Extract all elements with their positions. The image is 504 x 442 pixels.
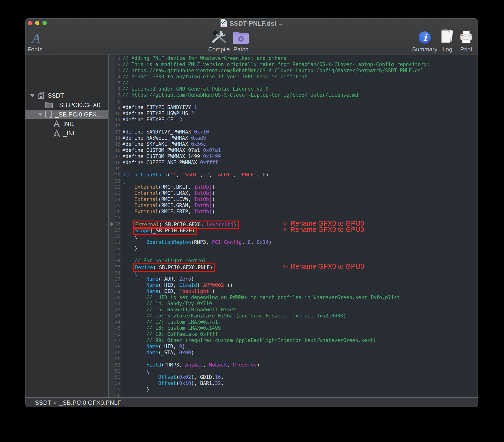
status-bar: SSDT ▸ _SB.PCI0.GFX0.PNLF bbox=[25, 397, 478, 407]
line-number: 24 bbox=[114, 196, 121, 202]
line-number: 45 bbox=[114, 325, 121, 331]
fonts-icon: A bbox=[30, 29, 40, 44]
line-number: 14 bbox=[114, 135, 121, 141]
line-number: 37 bbox=[114, 276, 121, 282]
compile-label: Compile bbox=[208, 46, 230, 53]
disclosure-triangle-icon[interactable] bbox=[30, 94, 35, 97]
code-line: 56 bbox=[114, 392, 478, 397]
code-line: 52 { bbox=[114, 368, 478, 374]
code-line: 2// This is a modified PNLF version orig… bbox=[114, 61, 478, 68]
code-line: 10#define FBTYPE_HSWPLUS 2 bbox=[114, 110, 478, 117]
line-number: 43 bbox=[114, 313, 121, 319]
breadcrumb-root[interactable]: SSDT bbox=[35, 399, 51, 407]
line-number: 30 bbox=[114, 233, 121, 239]
breadcrumb-separator-icon: ▸ bbox=[54, 400, 56, 406]
line-number: 20 bbox=[114, 172, 121, 178]
code-line: 51 Field(^RMP3, AnyAcc, NoLock, Preserve… bbox=[114, 362, 478, 368]
code-line: 16#define CUSTOM_PWMMAX_07a1 0x07a1 bbox=[114, 147, 478, 153]
maciasl-window: DSL SSDT-PNLF.dsl ⌄ A Fonts bbox=[25, 18, 478, 407]
log-button[interactable]: Log bbox=[439, 29, 456, 53]
code-line: 48 Name(_UID, 0) bbox=[114, 343, 478, 350]
sidebar-item-label: _SB.PCI0.GFX0 bbox=[56, 101, 100, 109]
line-number: 12 bbox=[114, 123, 121, 129]
red-annotation-box: Scope(_SB.PCI0.GFX0) bbox=[133, 227, 197, 235]
code-line: 4// Rename GFX0 to anything else if your… bbox=[114, 74, 478, 80]
rename-annotation: <- Rename GFX0 to GPU0 bbox=[282, 263, 364, 269]
line-number: 39 bbox=[114, 288, 121, 294]
folder-icon bbox=[45, 102, 53, 108]
code-line: 39 Name(_CID, "backlight") bbox=[114, 288, 478, 294]
line-number: 51 bbox=[114, 362, 121, 368]
code-line: 12 bbox=[114, 123, 478, 129]
sidebar-item-ini1[interactable]: INI1 bbox=[25, 119, 108, 128]
line-number: 1 bbox=[114, 55, 121, 61]
sidebar-item-label: SSDT bbox=[48, 92, 64, 99]
sidebar-item-gfx0-scope[interactable]: _SB.PCI0.GFX0 bbox=[25, 100, 108, 110]
line-marker-dot bbox=[110, 222, 113, 226]
compile-button[interactable]: Compile bbox=[208, 29, 230, 53]
tree: SSDT _SB.PCI0.GFX0 bbox=[25, 91, 108, 138]
code-line: 42 // 15: Haswell/Broadwell 0xad9 bbox=[114, 307, 478, 313]
code-line: 22 External(RMCF.BKLT, IntObj) bbox=[114, 184, 478, 190]
rename-annotation: <- Rename GFX0 to GPU0 bbox=[282, 227, 364, 232]
print-label: Print bbox=[460, 46, 472, 53]
line-number: 3 bbox=[114, 68, 121, 74]
title-chevron-down-icon[interactable]: ⌄ bbox=[278, 20, 284, 27]
print-button[interactable]: Print bbox=[459, 29, 474, 53]
line-number: 54 bbox=[114, 380, 121, 386]
code-line: 13#define SANDYIVY_PWMMAX 0x710 bbox=[114, 129, 478, 135]
patch-button[interactable]: Patch bbox=[230, 29, 252, 53]
line-number: 11 bbox=[114, 117, 121, 123]
line-number: 52 bbox=[114, 368, 121, 374]
line-number: 6 bbox=[114, 86, 121, 92]
summary-info-icon: i bbox=[418, 29, 431, 44]
code-line: 38 Name(_HID, EisaId("APP0002")) bbox=[114, 282, 478, 288]
line-number: 40 bbox=[114, 294, 121, 301]
line-number: 38 bbox=[114, 282, 121, 288]
code-line: 31 OperationRegion(RMP3, PCI_Config, 0, … bbox=[114, 239, 478, 245]
line-number: 56 bbox=[114, 392, 121, 397]
sidebar-item-gfx0-device[interactable]: _SB.PCI0.GFX... bbox=[25, 110, 108, 119]
line-number: 28 bbox=[114, 221, 121, 227]
code-line: 20DefinitionBlock("", "SSDT", 2, "ACDT",… bbox=[114, 172, 478, 178]
line-number: 19 bbox=[114, 166, 121, 172]
disclosure-triangle-icon[interactable] bbox=[38, 113, 43, 116]
house-icon bbox=[37, 92, 45, 99]
summary-label: Summary bbox=[412, 46, 437, 53]
code-line: 53 Offset(0x02), GDID,16, bbox=[114, 374, 478, 380]
code-line: 37 Name(_ADR, Zero) bbox=[114, 276, 478, 282]
line-number: 25 bbox=[114, 202, 121, 209]
code-line: 18#define COFFEELAKE_PWMMAX 0xffff bbox=[114, 159, 478, 166]
title-group: DSL SSDT-PNLF.dsl ⌄ bbox=[25, 19, 478, 28]
code-line: 45 // 18: custom LMAX=0x1499 bbox=[114, 325, 478, 331]
sidebar-item-ssdt[interactable]: SSDT bbox=[25, 91, 108, 100]
document-proxy-icon[interactable]: DSL bbox=[220, 19, 227, 28]
line-number: 35 bbox=[114, 264, 121, 270]
breadcrumb-leaf[interactable]: _SB.PCI0.GFX0.PNLF bbox=[59, 399, 121, 407]
code-line: 1// Adding PNLF device for WhateverGreen… bbox=[114, 55, 478, 61]
summary-button[interactable]: i Summary bbox=[413, 29, 437, 53]
window-title: SSDT-PNLF.dsl bbox=[230, 20, 276, 27]
gutter-marker-column bbox=[109, 54, 114, 397]
line-number: 44 bbox=[114, 319, 121, 325]
line-number: 27 bbox=[114, 215, 121, 221]
line-number: 41 bbox=[114, 301, 121, 307]
line-number: 9 bbox=[114, 104, 121, 110]
code-line: 40 // _UID is set depending on PWMMax to… bbox=[114, 294, 478, 301]
device-icon bbox=[45, 110, 52, 118]
line-number: 47 bbox=[114, 337, 121, 343]
sidebar-item-ini[interactable]: _INI bbox=[25, 128, 108, 138]
svg-text:DSL: DSL bbox=[222, 25, 225, 27]
line-number: 55 bbox=[114, 386, 121, 392]
code-line: 11#define FBTYPE_CFL 3 bbox=[114, 117, 478, 123]
fonts-button[interactable]: A Fonts bbox=[27, 29, 42, 53]
code-line: 15#define SKYLAKE_PWMMAX 0x56c bbox=[114, 141, 478, 147]
line-number: 21 bbox=[114, 178, 121, 184]
svg-text:A: A bbox=[31, 32, 40, 44]
code-line: 25 External(RMCF.GRAN, IntObj) bbox=[114, 202, 478, 209]
code-editor[interactable]: 1// Adding PNLF device for WhateverGreen… bbox=[114, 54, 478, 397]
code-line: 29 Scope(_SB.PCI0.GFX0)<- Rename GFX0 to… bbox=[114, 227, 478, 233]
line-number: 36 bbox=[114, 270, 121, 276]
patch-folder-gear-icon bbox=[233, 29, 249, 44]
line-number: 49 bbox=[114, 350, 121, 356]
